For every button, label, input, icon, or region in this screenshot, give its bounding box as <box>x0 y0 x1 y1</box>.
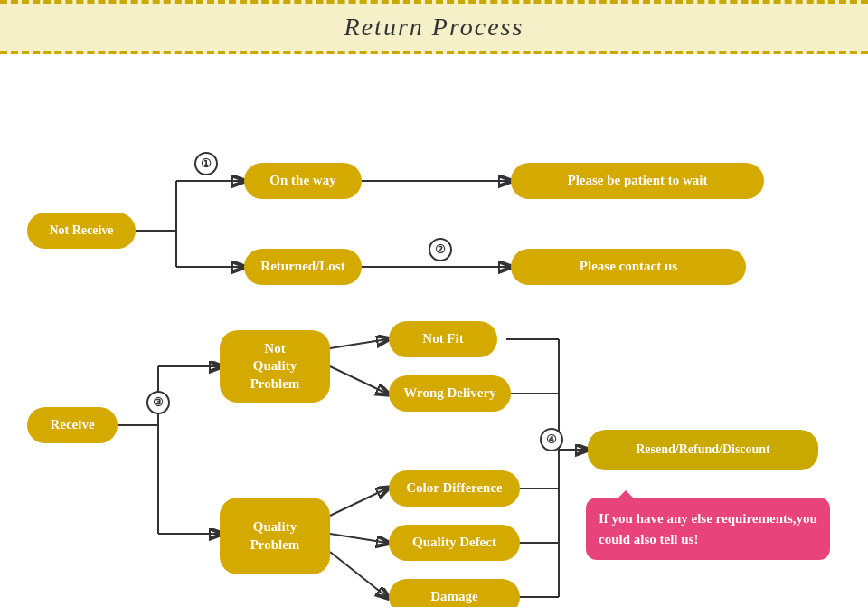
please-wait-box: Please be patient to wait <box>511 163 764 199</box>
color-diff-box: Color Difference <box>389 470 520 507</box>
badge-3: ③ <box>146 391 170 414</box>
svg-line-13 <box>330 534 387 543</box>
quality-defect-box: Quality Defect <box>389 525 520 561</box>
svg-line-10 <box>330 339 387 348</box>
not-receive-box: Not Receive <box>27 213 136 249</box>
damage-box: Damage <box>389 579 520 607</box>
header: Return Process <box>0 0 868 54</box>
wrong-delivery-box: Wrong Delivery <box>389 375 511 412</box>
speech-bubble: If you have any else requirements,you co… <box>586 498 830 560</box>
badge-2: ② <box>429 238 452 261</box>
please-contact-box: Please contact us <box>511 249 746 285</box>
not-quality-box: Not Quality Problem <box>220 330 330 403</box>
returned-lost-box: Returned/Lost <box>244 249 362 285</box>
page-title: Return Process <box>344 13 524 41</box>
svg-line-12 <box>330 488 387 516</box>
badge-4: ④ <box>540 428 563 451</box>
not-fit-box: Not Fit <box>389 321 497 357</box>
svg-line-11 <box>330 366 387 394</box>
svg-line-14 <box>330 552 387 597</box>
receive-box: Receive <box>27 407 118 443</box>
on-the-way-box: On the way <box>244 163 362 199</box>
quality-problem-box: Quality Problem <box>220 498 330 574</box>
badge-1: ① <box>194 152 218 175</box>
diagram: Not Receive On the way Returned/Lost Ple… <box>0 54 868 606</box>
resend-box: Resend/Refund/Discount <box>588 430 818 470</box>
